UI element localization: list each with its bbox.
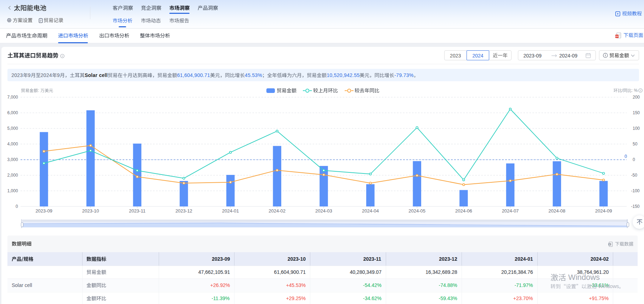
svg-text:200: 200 [633,95,640,100]
svg-text:X: X [609,243,610,245]
svg-text:50: 50 [633,142,638,147]
svg-text:2024-06: 2024-06 [455,208,472,214]
svg-text:-50: -50 [631,173,638,178]
svg-text:2024-01: 2024-01 [222,208,239,214]
svg-text:2023-10: 2023-10 [82,208,99,214]
svg-text:2024-04: 2024-04 [362,208,379,214]
svg-text:100: 100 [633,126,640,131]
svg-text:6,000: 6,000 [7,110,18,115]
svg-text:2024-08: 2024-08 [548,208,565,214]
svg-text:2024-05: 2024-05 [408,208,425,214]
svg-text:2024-09: 2024-09 [595,208,612,214]
svg-text:2024-02: 2024-02 [269,208,286,214]
svg-text:0: 0 [633,157,635,162]
svg-text:0: 0 [16,204,18,209]
svg-text:2023-11: 2023-11 [129,208,146,214]
svg-text:4,000: 4,000 [7,142,18,147]
svg-text:2024-03: 2024-03 [315,208,332,214]
svg-text:7,000: 7,000 [7,95,18,100]
svg-text:2023-12: 2023-12 [175,208,192,214]
svg-text:-100: -100 [631,188,640,193]
svg-text:2024-07: 2024-07 [502,208,519,214]
svg-text:5,000: 5,000 [7,126,18,131]
svg-text:3,000: 3,000 [7,157,18,162]
svg-text:2023-09: 2023-09 [35,208,52,214]
svg-text:-150: -150 [631,204,640,209]
svg-text:150: 150 [633,110,640,115]
svg-text:0: 0 [625,154,627,159]
svg-text:1,000: 1,000 [7,188,18,193]
svg-text:2,000: 2,000 [7,173,18,178]
